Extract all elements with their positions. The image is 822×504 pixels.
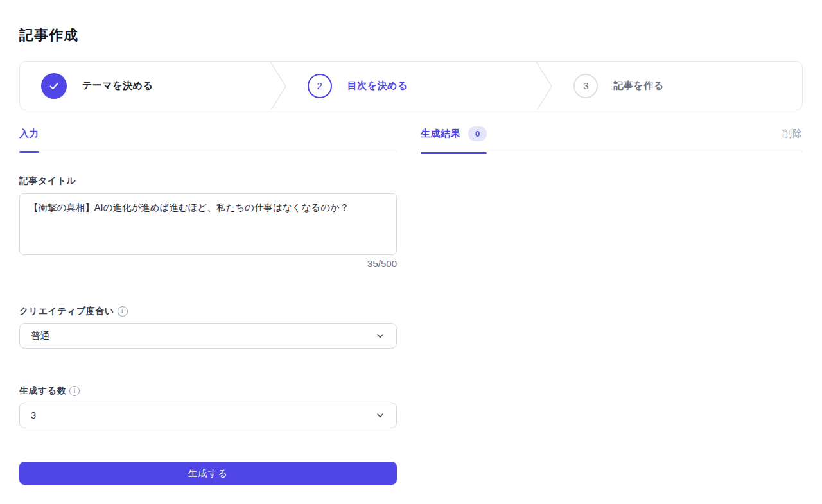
generate-count-select[interactable]: 3 (19, 403, 397, 428)
step-number-badge: 2 (308, 74, 332, 98)
generate-button[interactable]: 生成する (19, 462, 397, 485)
info-icon[interactable]: i (118, 306, 128, 317)
generate-count-select-value: 3 (31, 410, 36, 421)
step-create-article[interactable]: 3 記事を作る (552, 62, 802, 110)
article-title-label: 記事タイトル (19, 175, 397, 187)
creativity-select-value: 普通 (31, 330, 49, 342)
tab-input-label: 入力 (19, 128, 39, 140)
tab-generation-results[interactable]: 生成結果 0 (421, 126, 487, 141)
info-icon[interactable]: i (69, 386, 80, 396)
creativity-label: クリエイティブ度合い i (19, 306, 397, 317)
input-tabbar: 入力 (19, 127, 397, 152)
step-choose-theme[interactable]: テーマを決める (20, 62, 270, 110)
article-title-input[interactable]: 【衝撃の真相】AIの進化が進めば進むほど、私たちの仕事はなくなるのか？ (19, 193, 397, 255)
generate-count-label: 生成する数 i (19, 385, 397, 397)
step-label: 目次を決める (347, 80, 408, 92)
step-choose-outline[interactable]: 2 目次を決める (286, 62, 536, 110)
step-separator-chevron (270, 62, 286, 110)
step-label: 記事を作る (613, 80, 663, 92)
char-counter: 35/500 (19, 258, 397, 269)
step-label: テーマを決める (82, 80, 153, 92)
chevron-down-icon (375, 410, 385, 421)
step-number-badge: 3 (573, 74, 598, 98)
chevron-down-icon (375, 331, 385, 341)
results-count-badge: 0 (468, 126, 487, 141)
results-tabbar: 生成結果 0 削除 (421, 127, 803, 152)
check-icon (41, 73, 67, 99)
article-creation-page: 記事作成 テーマを決める 2 目次を決める 3 記事を作る 入力 (0, 0, 822, 485)
results-panel: 生成結果 0 削除 (421, 127, 803, 485)
creativity-select[interactable]: 普通 (19, 323, 397, 349)
input-panel: 入力 記事タイトル 【衝撃の真相】AIの進化が進めば進むほど、私たちの仕事はなく… (19, 127, 397, 485)
tab-generation-results-label: 生成結果 (421, 128, 460, 140)
step-separator-chevron (536, 62, 552, 110)
delete-button[interactable]: 削除 (782, 128, 803, 140)
tab-input[interactable]: 入力 (19, 128, 39, 140)
page-title: 記事作成 (19, 26, 803, 45)
progress-stepper: テーマを決める 2 目次を決める 3 記事を作る (19, 61, 803, 110)
